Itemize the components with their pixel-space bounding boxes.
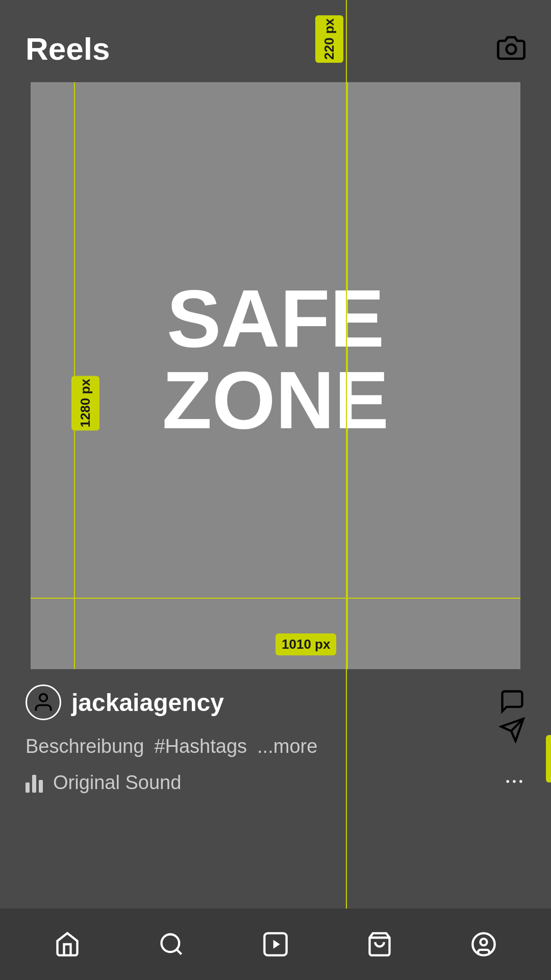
safe-zone-label: SAFE ZONE [162,278,389,441]
nav-search[interactable] [158,931,185,958]
app-header: Reels [0,0,551,82]
svg-point-4 [519,780,522,783]
svg-point-3 [513,780,516,783]
svg-point-1 [40,694,47,702]
svg-line-8 [177,949,181,954]
user-info-row: jackaiagency [0,669,551,730]
description-row: Beschreibung #Hashtags ...more [0,730,551,763]
svg-point-7 [162,935,180,952]
page-title: Reels [26,31,110,67]
sound-text[interactable]: Original Sound [53,772,181,794]
guide-line-right-full [346,0,347,909]
avatar[interactable] [26,684,61,720]
nav-profile[interactable] [470,931,497,958]
user-left: jackaiagency [26,684,224,720]
sound-left: Original Sound [26,772,181,794]
bottom-nav [0,909,551,980]
svg-point-2 [506,780,509,783]
description-text: Beschreibung [26,736,144,757]
svg-point-13 [481,939,487,945]
more-text[interactable]: ...more [257,736,317,757]
more-options-button[interactable] [503,770,525,795]
hashtags-text[interactable]: #Hashtags [154,736,247,757]
camera-button[interactable] [497,34,525,64]
guide-line-horizontal [31,598,520,599]
svg-marker-10 [273,940,280,948]
nav-home[interactable] [54,931,81,958]
comment-button[interactable] [499,688,525,717]
nav-reels[interactable] [262,931,289,958]
share-button[interactable] [499,717,525,745]
svg-point-0 [507,44,516,54]
username[interactable]: jackaiagency [71,689,224,717]
music-bars-icon [26,772,43,793]
nav-shop[interactable] [366,931,393,958]
content-area: SAFE ZONE 1280 px 1010 px [31,82,520,669]
sound-row: Original Sound [0,763,551,802]
